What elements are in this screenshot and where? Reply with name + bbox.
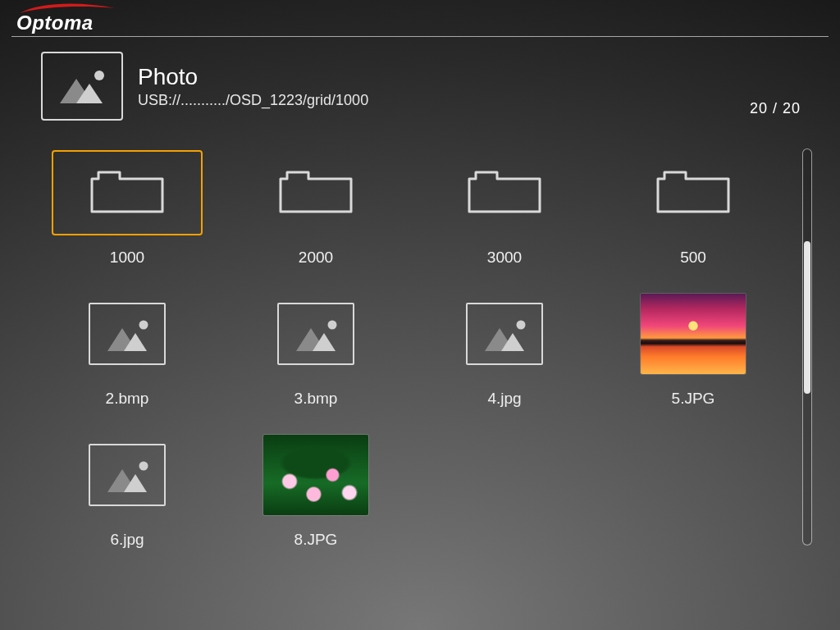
photo-thumbnail (263, 435, 368, 515)
folder-item[interactable]: 3000 (418, 148, 591, 267)
page-total: 20 (783, 100, 801, 116)
scrollbar[interactable] (802, 148, 812, 546)
item-label: 2000 (299, 249, 333, 267)
folder-icon (276, 162, 356, 223)
photo-section-icon (53, 66, 111, 107)
file-item[interactable]: 8.JPG (230, 431, 402, 549)
file-grid: 1000200030005002.bmp3.bmp4.jpg5.JPG6.jpg… (41, 148, 791, 549)
image-placeholder-icon (89, 444, 166, 506)
page-current: 20 (750, 100, 768, 116)
folder-item[interactable]: 1000 (41, 148, 213, 267)
file-item[interactable]: 5.JPG (607, 290, 779, 408)
title-row: Photo USB://.........../OSD_1223/grid/10… (0, 37, 840, 121)
image-placeholder-icon (89, 303, 166, 365)
folder-icon (87, 162, 167, 223)
item-label: 6.jpg (110, 531, 144, 549)
item-label: 8.JPG (294, 531, 338, 549)
item-label: 3000 (487, 249, 522, 267)
file-item[interactable]: 3.bmp (230, 290, 402, 408)
file-item[interactable]: 6.jpg (41, 431, 213, 549)
image-placeholder-icon (277, 303, 354, 365)
page-sep: / (768, 100, 783, 116)
file-item[interactable]: 2.bmp (41, 290, 213, 408)
item-label: 500 (680, 249, 706, 267)
page-counter: 20 / 20 (750, 100, 801, 117)
svg-point-2 (94, 71, 104, 80)
item-label: 3.bmp (294, 390, 338, 408)
folder-item[interactable]: 500 (607, 148, 779, 267)
breadcrumb-path: USB://.........../OSD_1223/grid/1000 (138, 92, 368, 109)
brand-logo: Optoma (16, 2, 131, 39)
folder-icon (653, 162, 733, 223)
file-item[interactable]: 4.jpg (418, 290, 591, 408)
folder-item[interactable]: 2000 (230, 148, 402, 267)
scrollbar-thumb[interactable] (804, 241, 810, 394)
top-bar: Optoma (11, 0, 829, 37)
photo-thumbnail (641, 294, 746, 374)
item-label: 5.JPG (672, 390, 715, 408)
folder-icon (464, 162, 545, 223)
item-label: 2.bmp (106, 390, 149, 408)
section-icon (41, 52, 123, 121)
brand-name: Optoma (16, 11, 94, 34)
item-label: 1000 (110, 249, 144, 267)
section-title: Photo (138, 64, 368, 90)
item-label: 4.jpg (487, 390, 521, 408)
selection-highlight (52, 150, 203, 235)
image-placeholder-icon (466, 303, 543, 365)
